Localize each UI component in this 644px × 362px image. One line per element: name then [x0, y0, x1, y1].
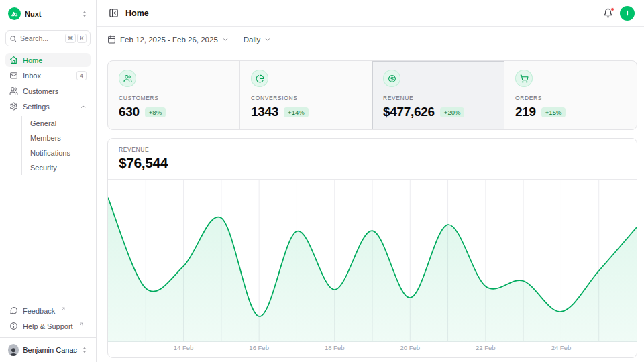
search-icon	[9, 35, 17, 42]
stat-label: REVENUE	[383, 95, 493, 101]
stat-card-customers[interactable]: CUSTOMERS 630 +8%	[108, 61, 240, 129]
info-circle-icon	[9, 322, 18, 330]
period-label: Daily	[244, 36, 261, 44]
chart-canvas	[108, 180, 637, 342]
home-icon	[9, 56, 18, 64]
revenue-area-chart[interactable]	[108, 180, 637, 342]
date-range-picker[interactable]: Feb 12, 2025 - Feb 26, 2025	[107, 35, 229, 44]
inbox-icon	[9, 71, 18, 80]
sidebar-item-label: Customers	[23, 87, 58, 95]
stat-card-revenue[interactable]: REVENUE $477,626 +20%	[372, 61, 504, 129]
sidebar-item-members[interactable]: Members	[22, 131, 91, 145]
calendar-icon	[107, 35, 116, 44]
plus-icon	[624, 9, 631, 17]
x-tick-label: 20 Feb	[400, 344, 420, 351]
sidebar-item-label: Inbox	[23, 72, 41, 80]
feedback-label: Feedback	[23, 307, 55, 315]
team-name: Nuxt	[25, 10, 41, 18]
chart-pie-icon	[251, 70, 268, 87]
kbd-cmd: ⌘	[65, 34, 76, 43]
stat-card-orders[interactable]: ORDERS 219 +15%	[504, 61, 637, 129]
notifications-button[interactable]	[602, 7, 614, 19]
sidebar-item-label: Settings	[23, 103, 50, 111]
external-link-icon	[61, 306, 66, 311]
stat-card-conversions[interactable]: CONVERSIONS 1343 +14%	[240, 61, 372, 129]
inbox-count-badge: 4	[76, 71, 87, 80]
external-link-icon	[79, 322, 84, 326]
nuxt-logo-icon	[8, 7, 21, 20]
search-input[interactable]: Search... ⌘ K	[5, 30, 91, 46]
help-support-label: Help & Support	[23, 322, 73, 330]
main-area: Home Feb 12, 2025 - Feb 26, 2025	[97, 0, 644, 362]
chart-x-axis: 14 Feb 16 Feb 18 Feb 20 Feb 22 Feb 24 Fe…	[108, 342, 637, 355]
users-icon	[119, 70, 136, 87]
stat-label: CONVERSIONS	[251, 95, 361, 101]
chevron-up-down-icon	[81, 11, 88, 17]
stat-value: 219	[515, 105, 536, 119]
chart-label: REVENUE	[119, 146, 626, 153]
sidebar-item-home[interactable]: Home	[5, 53, 91, 67]
search-shortcut: ⌘ K	[65, 34, 87, 43]
page-title: Home	[125, 9, 149, 18]
sidebar-item-customers[interactable]: Customers	[5, 84, 91, 98]
gear-icon	[9, 102, 18, 111]
revenue-chart-card: REVENUE $76,544	[107, 138, 637, 358]
help-support-link[interactable]: Help & Support	[5, 319, 91, 333]
chevron-down-icon	[222, 36, 229, 43]
chart-header: REVENUE $76,544	[108, 139, 637, 180]
cart-icon	[515, 70, 533, 87]
user-name: Benjamin Canac	[23, 346, 77, 354]
dashboard-app: Nuxt Search... ⌘ K	[0, 0, 644, 362]
sidebar-nav: Home Inbox 4 Customers	[5, 53, 91, 176]
search-placeholder: Search...	[20, 34, 48, 42]
chevron-down-icon	[264, 36, 271, 43]
sidebar-item-security[interactable]: Security	[22, 160, 91, 175]
chart-value: $76,544	[119, 155, 626, 171]
x-tick-label: 16 Feb	[249, 344, 269, 351]
chat-bubble-icon	[9, 306, 18, 315]
chevron-up-down-icon	[81, 347, 88, 353]
sidebar-item-general[interactable]: General	[22, 116, 91, 131]
x-tick-label: 18 Feb	[325, 344, 345, 351]
x-tick-label: 22 Feb	[476, 344, 496, 351]
feedback-link[interactable]: Feedback	[5, 304, 91, 318]
stat-value: 1343	[251, 105, 278, 119]
stat-value: $477,626	[383, 105, 435, 119]
stat-label: ORDERS	[515, 95, 626, 101]
circle-dollar-icon	[383, 70, 400, 87]
team-switcher[interactable]: Nuxt	[5, 5, 91, 22]
sidebar-item-label: Home	[23, 56, 42, 64]
chevron-up-icon	[80, 103, 87, 110]
sidebar-item-inbox[interactable]: Inbox 4	[5, 68, 91, 82]
panel-left-collapse-icon	[109, 8, 119, 18]
stat-value: 630	[119, 105, 140, 119]
sidebar-item-notifications[interactable]: Notifications	[22, 145, 91, 160]
sidebar-item-settings[interactable]: Settings	[5, 99, 91, 113]
collapse-sidebar-button[interactable]	[107, 7, 120, 19]
stat-delta-badge: +14%	[284, 107, 309, 117]
stat-delta-badge: +8%	[145, 107, 166, 117]
stat-delta-badge: +20%	[440, 107, 465, 117]
stat-delta-badge: +15%	[541, 107, 566, 117]
stats-row: CUSTOMERS 630 +8% CONVERSIONS 1343 +14%	[107, 60, 637, 130]
stat-label: CUSTOMERS	[119, 95, 229, 101]
x-tick-label: 14 Feb	[174, 344, 194, 351]
notification-dot	[610, 7, 614, 11]
x-tick-label: 24 Feb	[551, 344, 572, 351]
filters-toolbar: Feb 12, 2025 - Feb 26, 2025 Daily	[97, 27, 644, 52]
date-range-label: Feb 12, 2025 - Feb 26, 2025	[120, 36, 218, 44]
users-icon	[9, 86, 18, 95]
settings-subnav: General Members Notifications Security	[21, 116, 91, 175]
user-menu[interactable]: Benjamin Canac	[5, 343, 91, 357]
avatar	[8, 344, 19, 356]
top-header: Home	[97, 0, 644, 27]
sidebar: Nuxt Search... ⌘ K	[0, 0, 97, 362]
period-select[interactable]: Daily	[244, 36, 272, 44]
add-button[interactable]	[620, 6, 635, 21]
kbd-k: K	[77, 34, 87, 43]
dashboard-content: CUSTOMERS 630 +8% CONVERSIONS 1343 +14%	[97, 52, 644, 358]
